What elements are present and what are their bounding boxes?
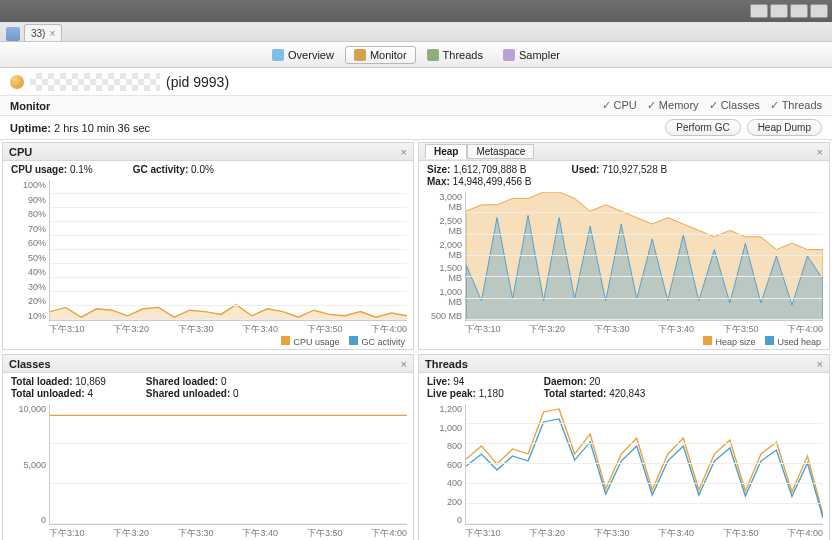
cpu-chart: 100%90%80%70%60%50%40%30%20%10% 下午3:10下午… [9,180,407,335]
minimize-button[interactable] [750,4,768,18]
heap-used-value: 710,927,528 B [602,164,667,175]
heap-size-value: 1,612,709,888 B [453,164,526,175]
threads-xlabels: 下午3:10下午3:20下午3:30下午3:40下午3:50下午4:00 [465,527,823,539]
overview-icon [272,49,284,61]
heap-xlabels: 下午3:10下午3:20下午3:30下午3:40下午3:50下午4:00 [465,323,823,335]
legend-used-heap: Used heap [777,337,821,347]
classes-panel-title: Classes [9,358,51,370]
tab-monitor[interactable]: Monitor [345,46,416,64]
legend-gc-activity: GC activity [361,337,405,347]
classes-ylabels: 10,0005,0000 [9,404,49,525]
classes-loaded-label: Total loaded: [11,376,72,387]
threads-peak-value: 1,180 [479,388,504,399]
monitor-section-header: Monitor CPU Memory Classes Threads [0,96,832,116]
threads-peak-label: Live peak: [427,388,476,399]
heap-chart: 3,000 MB2,500 MB2,000 MB1,500 MB1,000 MB… [425,192,823,335]
tab-shelf: 33) × [0,22,832,42]
threads-panel-title: Threads [425,358,468,370]
restore-button[interactable] [790,4,808,18]
threads-daemon-value: 20 [589,376,600,387]
uptime-row: Uptime: 2 hrs 10 min 36 sec Perform GC H… [0,116,832,140]
heap-max-label: Max: [427,176,450,187]
check-memory[interactable]: Memory [647,99,699,112]
tab-threads[interactable]: Threads [418,46,492,64]
heap-tab[interactable]: Heap [425,144,467,159]
heap-ylabels: 3,000 MB2,500 MB2,000 MB1,500 MB1,000 MB… [425,192,465,321]
maximize-button[interactable] [770,4,788,18]
gc-activity-label: GC activity: [133,164,189,175]
sampler-icon [503,49,515,61]
close-icon[interactable]: × [817,146,823,158]
process-pid: (pid 9993) [166,74,229,90]
process-tab-label: 33) [31,28,45,39]
main-toolbar: Overview Monitor Threads Sampler [0,42,832,68]
classes-unloaded-value: 4 [87,388,93,399]
classes-sunloaded-label: Shared unloaded: [146,388,230,399]
classes-loaded-value: 10,869 [75,376,106,387]
classes-sunloaded-value: 0 [233,388,239,399]
monitor-icon [354,49,366,61]
close-icon[interactable]: × [401,146,407,158]
uptime-label: Uptime: [10,122,51,134]
check-classes[interactable]: Classes [709,99,760,112]
legend-cpu-usage: CPU usage [293,337,339,347]
tab-overview-label: Overview [288,49,334,61]
heap-max-value: 14,948,499,456 B [453,176,532,187]
gc-activity-value: 0.0% [191,164,214,175]
threads-icon [427,49,439,61]
app-icon [6,27,20,41]
heap-dump-button[interactable]: Heap Dump [747,119,822,136]
cpu-panel: CPU × CPU usage: 0.1% GC activity: 0.0% … [2,142,414,350]
heap-panel: Heap Metaspace × Size: 1,612,709,888 B M… [418,142,830,350]
tab-threads-label: Threads [443,49,483,61]
classes-chart: 10,0005,0000 下午3:10下午3:20下午3:30下午3:40下午3… [9,404,407,539]
close-button[interactable] [810,4,828,18]
classes-xlabels: 下午3:10下午3:20下午3:30下午3:40下午3:50下午4:00 [49,527,407,539]
tab-sampler[interactable]: Sampler [494,46,569,64]
close-icon[interactable]: × [817,358,823,370]
threads-live-value: 94 [453,376,464,387]
heap-used-label: Used: [572,164,600,175]
perform-gc-button[interactable]: Perform GC [665,119,740,136]
close-icon[interactable]: × [49,28,55,39]
window-titlebar [0,0,832,22]
classes-unloaded-label: Total unloaded: [11,388,85,399]
metaspace-tab[interactable]: Metaspace [467,144,534,159]
classes-panel: Classes × Total loaded: 10,869 Total unl… [2,354,414,540]
cpu-usage-label: CPU usage: [11,164,67,175]
charts-grid: CPU × CPU usage: 0.1% GC activity: 0.0% … [0,140,832,540]
process-icon [10,75,24,89]
tab-sampler-label: Sampler [519,49,560,61]
threads-live-label: Live: [427,376,450,387]
threads-daemon-label: Daemon: [544,376,587,387]
heap-size-label: Size: [427,164,450,175]
cpu-ylabels: 100%90%80%70%60%50%40%30%20%10% [9,180,49,321]
classes-sloaded-value: 0 [221,376,227,387]
legend-heap-size: Heap size [715,337,755,347]
process-tab[interactable]: 33) × [24,24,62,41]
cpu-panel-title: CPU [9,146,32,158]
check-threads[interactable]: Threads [770,99,822,112]
tab-overview[interactable]: Overview [263,46,343,64]
cpu-usage-value: 0.1% [70,164,93,175]
threads-ylabels: 1,2001,0008006004002000 [425,404,465,525]
monitor-toggles: CPU Memory Classes Threads [602,99,823,112]
process-name-redacted [30,73,160,91]
classes-sloaded-label: Shared loaded: [146,376,218,387]
threads-chart: 1,2001,0008006004002000 下午3:10下午3:20下午3:… [425,404,823,539]
tab-monitor-label: Monitor [370,49,407,61]
check-cpu[interactable]: CPU [602,99,637,112]
cpu-xlabels: 下午3:10下午3:20下午3:30下午3:40下午3:50下午4:00 [49,323,407,335]
threads-started-label: Total started: [544,388,607,399]
close-icon[interactable]: × [401,358,407,370]
monitor-label: Monitor [10,100,50,112]
threads-panel: Threads × Live: 94 Live peak: 1,180 Daem… [418,354,830,540]
threads-started-value: 420,843 [609,388,645,399]
process-header: (pid 9993) [0,68,832,96]
uptime-value: 2 hrs 10 min 36 sec [54,122,150,134]
